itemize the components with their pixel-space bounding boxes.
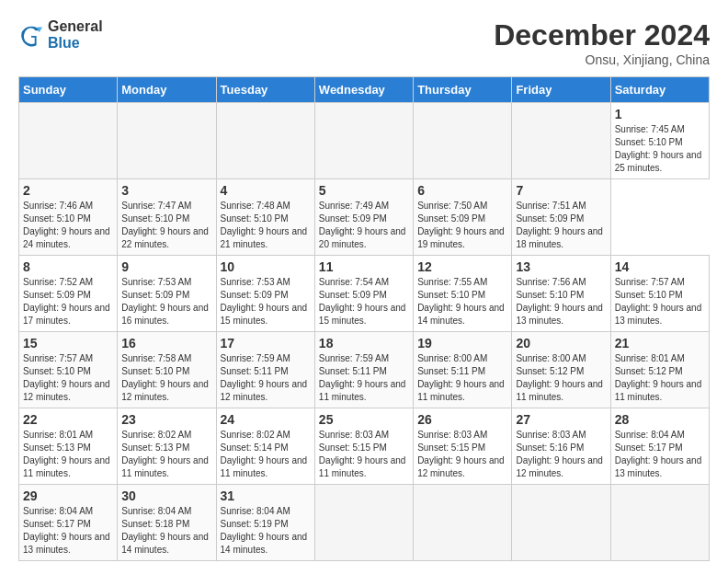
- location: Onsu, Xinjiang, China: [494, 52, 710, 67]
- calendar-day-24: 24Sunrise: 8:02 AMSunset: 5:14 PMDayligh…: [216, 408, 314, 485]
- header-monday: Monday: [118, 77, 216, 103]
- empty-cell: [314, 485, 413, 561]
- empty-cell: [19, 103, 118, 179]
- calendar-week-4: 22Sunrise: 8:01 AMSunset: 5:13 PMDayligh…: [19, 408, 710, 485]
- calendar-day-13: 13Sunrise: 7:56 AMSunset: 5:10 PMDayligh…: [512, 256, 610, 332]
- calendar-day-16: 16Sunrise: 7:58 AMSunset: 5:10 PMDayligh…: [118, 332, 216, 408]
- calendar-day-28: 28Sunrise: 8:04 AMSunset: 5:17 PMDayligh…: [610, 408, 709, 485]
- empty-cell: [118, 103, 216, 179]
- logo-icon: [18, 22, 44, 48]
- logo: General Blue: [18, 18, 103, 52]
- calendar-day-20: 20Sunrise: 8:00 AMSunset: 5:12 PMDayligh…: [512, 332, 610, 408]
- calendar-day-31: 31Sunrise: 8:04 AMSunset: 5:19 PMDayligh…: [216, 485, 314, 561]
- calendar-day-14: 14Sunrise: 7:57 AMSunset: 5:10 PMDayligh…: [610, 256, 709, 332]
- header-sunday: Sunday: [19, 77, 118, 103]
- calendar-day-3: 3Sunrise: 7:47 AMSunset: 5:10 PMDaylight…: [118, 179, 216, 256]
- logo-text: General Blue: [48, 18, 103, 52]
- header-wednesday: Wednesday: [314, 77, 413, 103]
- empty-cell: [610, 485, 709, 561]
- title-block: December 2024 Onsu, Xinjiang, China: [494, 18, 710, 67]
- calendar-day-10: 10Sunrise: 7:53 AMSunset: 5:09 PMDayligh…: [216, 256, 314, 332]
- calendar-day-8: 8Sunrise: 7:52 AMSunset: 5:09 PMDaylight…: [19, 256, 118, 332]
- month-title: December 2024: [494, 18, 710, 52]
- empty-cell: [414, 103, 512, 179]
- header-thursday: Thursday: [414, 77, 512, 103]
- calendar-day-12: 12Sunrise: 7:55 AMSunset: 5:10 PMDayligh…: [414, 256, 512, 332]
- calendar-day-15: 15Sunrise: 7:57 AMSunset: 5:10 PMDayligh…: [19, 332, 118, 408]
- calendar-day-9: 9Sunrise: 7:53 AMSunset: 5:09 PMDaylight…: [118, 256, 216, 332]
- calendar-day-6: 6Sunrise: 7:50 AMSunset: 5:09 PMDaylight…: [414, 179, 512, 256]
- calendar-day-4: 4Sunrise: 7:48 AMSunset: 5:10 PMDaylight…: [216, 179, 314, 256]
- calendar-day-11: 11Sunrise: 7:54 AMSunset: 5:09 PMDayligh…: [314, 256, 413, 332]
- calendar-day-23: 23Sunrise: 8:02 AMSunset: 5:13 PMDayligh…: [118, 408, 216, 485]
- calendar-week-3: 15Sunrise: 7:57 AMSunset: 5:10 PMDayligh…: [19, 332, 710, 408]
- empty-cell: [314, 103, 413, 179]
- header-friday: Friday: [512, 77, 610, 103]
- calendar-day-5: 5Sunrise: 7:49 AMSunset: 5:09 PMDaylight…: [314, 179, 413, 256]
- calendar-day-22: 22Sunrise: 8:01 AMSunset: 5:13 PMDayligh…: [19, 408, 118, 485]
- calendar-day-17: 17Sunrise: 7:59 AMSunset: 5:11 PMDayligh…: [216, 332, 314, 408]
- calendar-week-5: 29Sunrise: 8:04 AMSunset: 5:17 PMDayligh…: [19, 485, 710, 561]
- calendar-day-2: 2Sunrise: 7:46 AMSunset: 5:10 PMDaylight…: [19, 179, 118, 256]
- page-header: General Blue December 2024 Onsu, Xinjian…: [18, 18, 710, 67]
- calendar-day-21: 21Sunrise: 8:01 AMSunset: 5:12 PMDayligh…: [610, 332, 709, 408]
- header-row: SundayMondayTuesdayWednesdayThursdayFrid…: [19, 77, 710, 103]
- empty-cell: [216, 103, 314, 179]
- calendar-day-19: 19Sunrise: 8:00 AMSunset: 5:11 PMDayligh…: [414, 332, 512, 408]
- calendar-week-0: 1Sunrise: 7:45 AMSunset: 5:10 PMDaylight…: [19, 103, 710, 179]
- calendar-day-25: 25Sunrise: 8:03 AMSunset: 5:15 PMDayligh…: [314, 408, 413, 485]
- calendar-day-1: 1Sunrise: 7:45 AMSunset: 5:10 PMDaylight…: [610, 103, 709, 179]
- empty-cell: [512, 103, 610, 179]
- header-tuesday: Tuesday: [216, 77, 314, 103]
- empty-cell: [414, 485, 512, 561]
- calendar-day-26: 26Sunrise: 8:03 AMSunset: 5:15 PMDayligh…: [414, 408, 512, 485]
- calendar-table: SundayMondayTuesdayWednesdayThursdayFrid…: [18, 76, 710, 561]
- calendar-day-27: 27Sunrise: 8:03 AMSunset: 5:16 PMDayligh…: [512, 408, 610, 485]
- calendar-day-7: 7Sunrise: 7:51 AMSunset: 5:09 PMDaylight…: [512, 179, 610, 256]
- header-saturday: Saturday: [610, 77, 709, 103]
- calendar-day-18: 18Sunrise: 7:59 AMSunset: 5:11 PMDayligh…: [314, 332, 413, 408]
- calendar-week-2: 8Sunrise: 7:52 AMSunset: 5:09 PMDaylight…: [19, 256, 710, 332]
- calendar-week-1: 2Sunrise: 7:46 AMSunset: 5:10 PMDaylight…: [19, 179, 710, 256]
- calendar-day-30: 30Sunrise: 8:04 AMSunset: 5:18 PMDayligh…: [118, 485, 216, 561]
- calendar-day-29: 29Sunrise: 8:04 AMSunset: 5:17 PMDayligh…: [19, 485, 118, 561]
- empty-cell: [512, 485, 610, 561]
